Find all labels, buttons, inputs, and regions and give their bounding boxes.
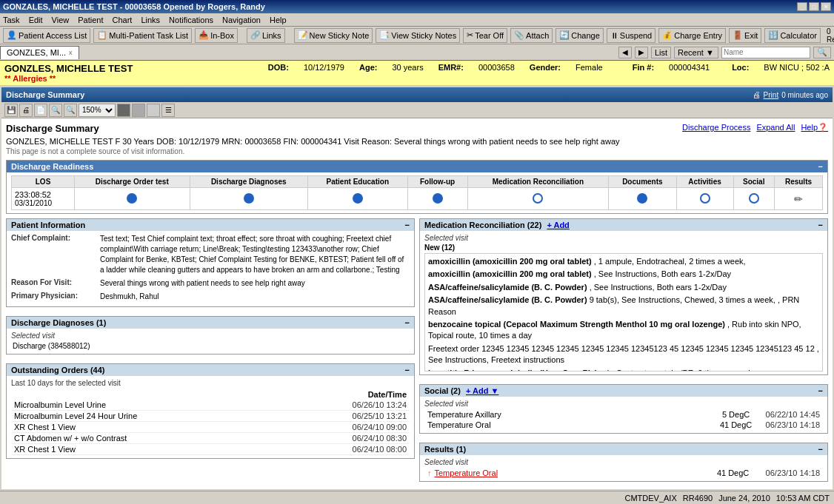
row-activities[interactable] [676,188,733,210]
row-med-rec[interactable] [467,188,609,210]
row-social[interactable] [733,188,774,210]
orders-date-header: Date/Time [368,390,407,399]
medication-scroll-area[interactable]: amoxicillin (amoxicillin 200 mg oral tab… [424,253,823,372]
attach-button[interactable]: 📎Attach [510,28,553,43]
forward-nav-button[interactable]: ▶ [635,47,648,58]
color-btn-2[interactable] [132,104,145,117]
suspend-button[interactable]: ⏸Suspend [607,28,655,43]
order-name-2: Microalbumin Level 24 Hour Urine [14,411,353,420]
list-nav-button[interactable]: List [651,47,671,58]
menu-task[interactable]: Task [3,16,20,24]
order-row-3: XR Chest 1 View 06/24/10 09:00 [11,422,410,433]
outstanding-orders-collapse[interactable]: − [405,366,410,374]
color-btn-3[interactable] [147,104,160,117]
menu-edit[interactable]: Edit [29,16,43,24]
med-rec-collapse[interactable]: − [818,221,823,229]
links-button[interactable]: 🔗Links [247,28,285,43]
row-follow-up[interactable] [407,188,467,210]
ds-window-title: Discharge Summary [6,90,84,99]
minimize-button[interactable]: _ [797,2,807,11]
patient-tab[interactable]: GONZLES, MI... x [0,46,79,59]
row-documents[interactable] [609,188,676,210]
social-collapse[interactable]: − [818,386,823,395]
row-discharge-order[interactable] [75,188,190,210]
row-discharge-diag[interactable] [190,188,307,210]
view-sticky-notes-button[interactable]: 📑View Sticky Notes [376,28,460,43]
ds-options-btn[interactable]: ☰ [161,104,175,117]
discharge-diagnoses-body: Selected visit Discharge (384588012) [7,329,414,354]
social-add-link[interactable]: + Add ▼ [466,386,498,395]
back-nav-button[interactable]: ◀ [618,47,632,58]
discharge-summary-window: Discharge Summary 🖨 Print 0 minutes ago … [1,87,833,489]
multi-patient-task-list-button[interactable]: 📋Multi-Patient Task List [93,28,192,43]
tab-close-button[interactable]: x [69,49,73,56]
discharge-diagnoses-header[interactable]: Discharge Diagnoses (1) − [7,317,414,329]
discharge-readiness-header[interactable]: Discharge Readiness − [7,161,827,172]
patient-name: GONZLES, MICHELLE TEST [4,63,133,74]
tab-nav-bar: GONZLES, MI... x ◀ ▶ List Recent ▼ 🔍 [0,44,834,61]
calculator-button[interactable]: 🔢Calculator [764,28,821,43]
outstanding-orders-header[interactable]: Outstanding Orders (44) − [7,364,414,376]
search-nav-icon: 🔍 [817,47,827,57]
change-button[interactable]: 🔄Change [556,28,604,43]
zoom-out-button[interactable]: 🔍 [64,104,77,117]
maximize-button[interactable]: □ [809,2,819,11]
med-rec-add-link[interactable]: + Add [547,221,569,229]
zoom-select[interactable]: 150% [79,104,116,117]
emr-label: EMR#: [438,63,464,72]
medication-reconciliation-header[interactable]: Medication Reconciliation (22) + Add − [420,219,827,231]
ds-note: This page is not a complete source of vi… [6,147,828,155]
discharge-process-link[interactable]: Discharge Process [682,123,750,132]
order-row-5: XR Chest 1 View 06/24/10 08:00 [11,444,410,455]
los-date: 03/31/2010 [15,199,71,207]
menu-help[interactable]: Help [270,16,287,24]
results-header[interactable]: Results (1) − [420,443,827,455]
color-btn-1[interactable] [117,104,130,117]
menu-navigation[interactable]: Navigation [222,16,261,24]
print-ds-button[interactable]: 🖨 [19,104,33,117]
charge-entry-button[interactable]: 💰Charge Entry [658,28,726,43]
search-button[interactable]: 🔍 [49,104,62,117]
social-row-1: Temperature Axillary 5 DegC 06/22/10 14:… [424,409,823,420]
menu-links[interactable]: Links [141,16,160,24]
patient-access-list-button[interactable]: 👤Patient Access List [3,28,90,43]
social-header[interactable]: Social (2) + Add ▼ − [420,385,827,397]
menu-notifications[interactable]: Notifications [169,16,213,24]
ds-content-title: Discharge Summary [6,123,99,134]
status-bar: CMTDEV_AIX RR4690 June 24, 2010 10:53 AM… [0,491,834,504]
social-section: Social (2) + Add ▼ − Selected visit Temp… [419,384,828,434]
med-item-5: benzocaine topical (Cepacol Maximum Stre… [427,318,821,343]
menu-chart[interactable]: Chart [113,16,133,24]
name-search-input[interactable] [721,47,810,58]
patient-information-header[interactable]: Patient Information − [7,219,414,231]
help-link[interactable]: Help❓ [801,123,828,132]
exit-button[interactable]: 🚪Exit [729,28,761,43]
physician-value: Deshmukh, Rahul [100,292,410,302]
ds-btn-3[interactable]: 📄 [34,104,47,117]
print-button[interactable]: Print [764,91,779,99]
indicator-activities [700,193,710,204]
in-box-button[interactable]: 📥In-Box [195,28,238,43]
recent-nav-button[interactable]: Recent ▼ [674,47,718,58]
expand-all-link[interactable]: Expand All [756,123,795,132]
medication-reconciliation-section: Medication Reconciliation (22) + Add − S… [419,218,828,375]
results-name-1: Temperature Oral [435,468,701,477]
menu-patient[interactable]: Patient [78,16,103,24]
patient-information-collapse[interactable]: − [405,221,410,229]
status-server: CMTDEV_AIX [624,494,676,503]
menu-view[interactable]: View [52,16,70,24]
social-value-2: 41 DegC [707,420,766,429]
order-row-1: Microalbumin Level Urine 06/26/10 13:24 [11,400,410,411]
new-sticky-note-button[interactable]: 📝New Sticky Note [294,28,373,43]
row-results[interactable]: ✏ [774,188,822,210]
tear-off-button[interactable]: ✂Tear Off [463,28,507,43]
results-collapse[interactable]: − [818,445,823,454]
row-patient-edu[interactable] [307,188,407,210]
med-item-4: ASA/caffeine/salicylamide (B. C. Powder)… [427,294,821,318]
discharge-diagnoses-collapse[interactable]: − [405,318,410,327]
discharge-readiness-collapse[interactable]: − [818,162,823,171]
pi-physician-row: Primary Physician: Deshmukh, Rahul [11,292,410,302]
search-nav-button[interactable]: 🔍 [813,47,831,58]
close-button[interactable]: ✕ [821,2,831,11]
save-button[interactable]: 💾 [4,104,18,117]
